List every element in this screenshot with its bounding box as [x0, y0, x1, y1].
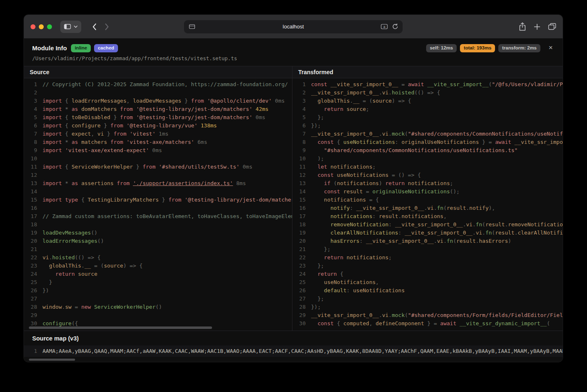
- code-line: 29__vite_ssr_import_0__.vi.mock("#shared…: [292, 311, 563, 319]
- line-number: 8: [292, 138, 306, 146]
- code-line: 16 notify: __vite_ssr_import_0__.vi.fn(r…: [292, 204, 563, 212]
- code-line: 17// Zammad custom assertions: toBeAvata…: [24, 212, 292, 221]
- tab-overview-button[interactable]: [548, 23, 556, 30]
- line-number: 24: [24, 270, 37, 278]
- module-inspector-page: Module Info inlinecached self: 12mstotal…: [24, 38, 563, 362]
- line-number: 3: [292, 97, 306, 105]
- line-number: 28: [292, 303, 306, 311]
- code-line: 13 if (notifications) return notificatio…: [292, 179, 563, 188]
- source-horizontal-scrollbar[interactable]: [29, 326, 212, 329]
- line-number: 20: [24, 237, 37, 245]
- window-controls: [31, 24, 52, 29]
- code-line: 2__vite_ssr_import_0__.vi.hoisted(() => …: [292, 89, 563, 97]
- code-line: 7__vite_ssr_import_0__.vi.mock("#shared/…: [292, 130, 563, 138]
- line-number: 10: [24, 155, 37, 163]
- zoom-window-button[interactable]: [47, 24, 52, 29]
- code-line: 19loadDevMessages(): [24, 229, 292, 237]
- line-number: 18: [292, 221, 306, 229]
- new-tab-button[interactable]: [534, 23, 540, 30]
- line-number: 25: [24, 278, 37, 286]
- line-number: 1: [24, 80, 37, 89]
- transformed-panel-title: Transformed: [292, 66, 563, 78]
- sidebar-toggle-button[interactable]: [60, 21, 81, 33]
- line-number: 9: [24, 146, 37, 155]
- line-number: 1: [292, 80, 306, 89]
- close-button[interactable]: ×: [546, 44, 555, 52]
- minimize-window-button[interactable]: [39, 24, 44, 29]
- code-line: 23 globalThis.__ = (source) => {: [24, 262, 292, 270]
- code-line: 11import { ServiceWorkerHelper } from '#…: [24, 163, 292, 171]
- line-number: 8: [24, 138, 37, 146]
- code-line: 21 };: [292, 245, 563, 254]
- code-line: 8 const { useNotifications: originalUseN…: [292, 138, 563, 146]
- sourcemap-scroll-area: [24, 357, 563, 362]
- code-line: 13import * as assertions from './support…: [24, 179, 292, 188]
- code-line: 30 const { computed, defineComponent } =…: [292, 319, 563, 328]
- code-line: 10 );: [292, 155, 563, 163]
- line-number: 1: [24, 347, 37, 355]
- sourcemap-line: 1 AAMA;AAeA,yBAAG,QAAQ,MAAM;AACf,aAAW,KA…: [24, 345, 563, 357]
- code-line: 28window.sw = new ServiceWorkerHelper(): [24, 303, 292, 311]
- code-line: 14: [24, 188, 292, 196]
- code-line: 26}): [24, 286, 292, 295]
- desktop-background: localhost a: [0, 0, 587, 392]
- code-line: 22 return notifications;: [292, 254, 563, 262]
- line-number: 21: [24, 245, 37, 254]
- line-number: 11: [24, 163, 37, 171]
- reload-button[interactable]: [392, 23, 398, 30]
- code-line: 14 const result = originalUseNotificatio…: [292, 188, 563, 196]
- close-window-button[interactable]: [31, 24, 35, 29]
- code-line: 25 useNotifications,: [292, 278, 563, 286]
- line-number: 2: [292, 89, 306, 97]
- line-number: 29: [24, 311, 37, 319]
- code-line: 26 default: useNotifications: [292, 286, 563, 295]
- sourcemap-horizontal-scrollbar[interactable]: [29, 359, 75, 361]
- code-line: 23 };: [292, 262, 563, 270]
- line-number: 19: [24, 229, 37, 237]
- line-number: 15: [24, 196, 37, 204]
- code-line: 27 };: [292, 295, 563, 303]
- code-line: 15import type { TestingLibraryMatchers }…: [24, 196, 292, 204]
- badge-badge: inline: [71, 44, 91, 52]
- code-line: 3 globalThis.__ = (source) => {: [292, 97, 563, 105]
- svg-text:a: a: [383, 25, 385, 29]
- code-line: 1const __vite_ssr_import_0__ = await __v…: [292, 80, 563, 89]
- code-line: 25 }: [24, 278, 292, 286]
- line-number: 16: [24, 204, 37, 212]
- code-line: 27: [24, 295, 292, 303]
- code-line: 24 return source: [24, 270, 292, 278]
- forward-button[interactable]: [105, 23, 109, 31]
- line-number: 6: [292, 122, 306, 130]
- line-number: 27: [292, 295, 306, 303]
- titlebar-actions: [519, 22, 556, 31]
- code-line: 28});: [292, 303, 563, 311]
- import-path-link[interactable]: './support/assertions/index.ts': [133, 180, 233, 186]
- navigation-buttons: [92, 23, 109, 31]
- code-line: 6});: [292, 122, 563, 130]
- code-line: 20loadErrorMessages(): [24, 237, 292, 245]
- line-number: 26: [24, 286, 37, 295]
- address-bar[interactable]: localhost a: [184, 20, 403, 33]
- transformed-code[interactable]: 1const __vite_ssr_import_0__ = await __v…: [292, 78, 563, 331]
- line-number: 18: [24, 221, 37, 229]
- line-number: 17: [24, 212, 37, 221]
- share-button[interactable]: [519, 22, 526, 31]
- timing-badge: self: 12ms: [426, 44, 457, 52]
- timing-badge: total: 193ms: [460, 44, 495, 52]
- source-code[interactable]: 1// Copyright (C) 2012-2025 Zammad Found…: [24, 78, 292, 331]
- line-number: 22: [24, 254, 37, 262]
- line-number: 3: [24, 97, 37, 105]
- back-button[interactable]: [92, 23, 97, 31]
- line-number: 22: [292, 254, 306, 262]
- translate-icon[interactable]: a: [381, 24, 388, 29]
- line-number: 4: [24, 105, 37, 113]
- line-number: 24: [292, 270, 306, 278]
- sourcemap-title: Source map (v3): [24, 331, 563, 345]
- code-line: 8import * as matchers from 'vitest-axe/m…: [24, 138, 292, 146]
- code-line: 5 };: [292, 113, 563, 122]
- code-line: 7import { expect, vi } from 'vitest' 1ms: [24, 130, 292, 138]
- sidebar-icon: [64, 24, 71, 29]
- line-number: 6: [24, 122, 37, 130]
- line-number: 4: [292, 105, 306, 113]
- line-number: 5: [24, 113, 37, 122]
